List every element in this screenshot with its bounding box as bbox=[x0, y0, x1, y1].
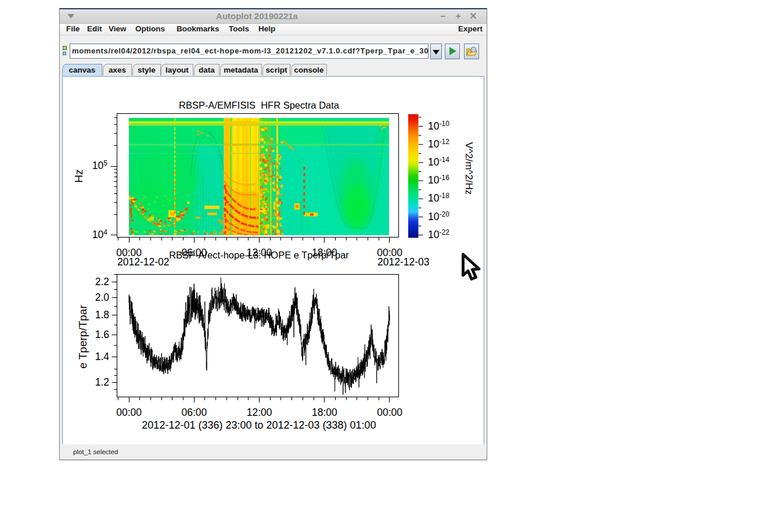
svg-text:10-22: 10-22 bbox=[428, 228, 449, 240]
svg-text:06:00: 06:00 bbox=[182, 247, 207, 258]
svg-text:e Tperp/Tpar: e Tperp/Tpar bbox=[77, 305, 89, 369]
svg-text:1.4: 1.4 bbox=[95, 351, 110, 362]
svg-text:10-12: 10-12 bbox=[428, 138, 449, 150]
svg-text:10-10: 10-10 bbox=[428, 120, 449, 132]
svg-text:V^2/m^2/Hz: V^2/m^2/Hz bbox=[463, 142, 474, 195]
svg-text:105: 105 bbox=[92, 159, 107, 171]
svg-text:10-14: 10-14 bbox=[428, 156, 449, 168]
svg-text:2012-12-02: 2012-12-02 bbox=[117, 256, 170, 268]
svg-text:10-20: 10-20 bbox=[428, 210, 449, 222]
svg-text:00:00: 00:00 bbox=[116, 407, 142, 418]
svg-text:2.2: 2.2 bbox=[95, 276, 109, 287]
svg-text:12:00: 12:00 bbox=[247, 247, 272, 258]
svg-text:18:00: 18:00 bbox=[312, 407, 337, 418]
svg-text:2012-12-03: 2012-12-03 bbox=[377, 256, 430, 268]
svg-text:2.0: 2.0 bbox=[95, 292, 110, 303]
svg-text:00:00: 00:00 bbox=[377, 407, 402, 418]
svg-text:2012-12-01 (336) 23:00 to 2012: 2012-12-01 (336) 23:00 to 2012-12-03 (33… bbox=[142, 419, 376, 431]
svg-text:1.6: 1.6 bbox=[95, 329, 109, 340]
svg-text:1.8: 1.8 bbox=[95, 309, 109, 321]
svg-text:06:00: 06:00 bbox=[182, 407, 207, 418]
svg-text:10-16: 10-16 bbox=[428, 174, 449, 186]
svg-text:104: 104 bbox=[92, 228, 107, 240]
svg-text:1.2: 1.2 bbox=[95, 376, 109, 388]
svg-text:Hz: Hz bbox=[73, 169, 85, 182]
svg-text:12:00: 12:00 bbox=[247, 407, 272, 418]
svg-text:10-18: 10-18 bbox=[428, 192, 449, 204]
svg-text:18:00: 18:00 bbox=[312, 247, 337, 258]
svg-text:RBSP-A/EMFISIS HFR Spectra Da: RBSP-A/EMFISIS HFR Spectra Data bbox=[179, 100, 340, 110]
